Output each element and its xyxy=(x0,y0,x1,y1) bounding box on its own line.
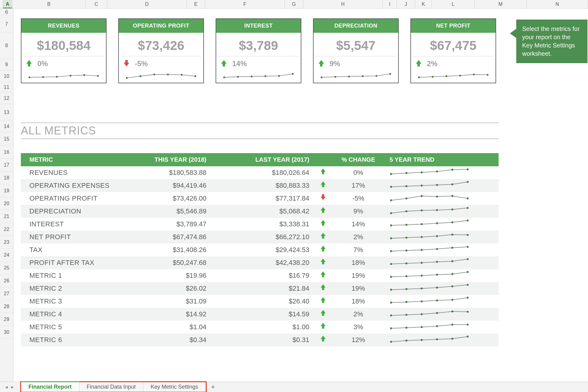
table-row[interactable]: METRIC 6 $0.34 $0.31 12% xyxy=(21,334,499,346)
worksheet-grid[interactable]: REVENUES $180,584 0% OPERATING PROFIT $7… xyxy=(13,9,588,382)
cell-metric: METRIC 3 xyxy=(21,297,115,305)
row-header[interactable]: 8 xyxy=(0,32,13,59)
table-row[interactable]: NET PROFIT $67,474.86 $66,272.10 2% xyxy=(21,231,499,243)
cell-this-year: $31,408.26 xyxy=(115,246,213,254)
svg-point-112 xyxy=(451,338,453,340)
table-row[interactable]: METRIC 5 $1.04 $1.00 3% xyxy=(21,321,499,334)
sheet-tab[interactable]: Financial Data Input xyxy=(79,382,143,392)
sheet-tab[interactable]: Financial Report xyxy=(21,381,79,392)
arrow-up-icon xyxy=(321,207,326,214)
cell-this-year: $67,474.86 xyxy=(115,233,213,241)
column-header[interactable]: I xyxy=(383,0,397,8)
svg-point-83 xyxy=(467,271,469,273)
row-header[interactable]: 12 xyxy=(0,92,13,104)
svg-point-74 xyxy=(421,262,423,264)
cell-last-year: $16.79 xyxy=(213,272,315,280)
svg-point-22 xyxy=(375,75,377,77)
svg-point-69 xyxy=(436,248,438,250)
table-row[interactable]: METRIC 4 $14.92 $14.59 2% xyxy=(21,308,499,321)
add-sheet-button[interactable]: + xyxy=(211,383,215,391)
svg-point-30 xyxy=(390,173,392,175)
table-row[interactable]: INTEREST $3,789.47 $3,338.31 14% xyxy=(21,218,499,231)
column-header[interactable]: M xyxy=(475,0,527,8)
table-row[interactable]: OPERATING EXPENSES $94,419.46 $80,883.33… xyxy=(21,179,499,192)
kpi-card-change: -5% xyxy=(119,56,203,69)
row-header[interactable]: 21 xyxy=(0,210,13,223)
column-header[interactable]: F xyxy=(205,0,285,8)
row-header[interactable]: 22 xyxy=(0,223,13,236)
kpi-card-value: $5,547 xyxy=(316,33,396,56)
svg-point-72 xyxy=(390,263,392,265)
tab-nav-next-icon[interactable]: ► xyxy=(10,385,15,390)
svg-point-12 xyxy=(223,77,225,78)
column-header[interactable]: E xyxy=(187,0,205,8)
row-header[interactable]: 27 xyxy=(0,287,13,300)
table-row[interactable]: OPERATING PROFIT $73,426.00 $77,317.84 -… xyxy=(21,192,499,205)
column-header[interactable]: D xyxy=(107,0,187,8)
row-header[interactable]: 24 xyxy=(0,249,13,262)
table-row[interactable]: METRIC 2 $26.02 $21.84 19% xyxy=(21,282,499,295)
svg-point-94 xyxy=(451,299,453,301)
table-row[interactable]: REVENUES $180,583.88 $180,026.64 0% xyxy=(21,166,499,179)
row-header[interactable]: 16 xyxy=(0,146,13,159)
row-header[interactable]: 13 xyxy=(0,104,13,121)
svg-point-26 xyxy=(446,75,447,77)
svg-point-27 xyxy=(459,75,461,77)
column-header[interactable]: C xyxy=(86,0,107,8)
table-row[interactable]: PROFIT AFTER TAX $50,247.68 $42,438.20 1… xyxy=(21,256,499,269)
svg-point-92 xyxy=(421,300,423,302)
row-header[interactable]: 29 xyxy=(0,313,13,326)
row-header[interactable]: 7 xyxy=(0,16,13,32)
arrow-up-icon xyxy=(321,271,326,278)
row-header[interactable]: 25 xyxy=(0,262,13,274)
column-header[interactable]: L xyxy=(432,0,475,8)
column-header[interactable]: A xyxy=(3,0,12,8)
column-headers: ABCDEFGHIJKLMN xyxy=(0,0,588,9)
column-header[interactable]: K xyxy=(415,0,432,8)
row-header[interactable]: 14 xyxy=(0,121,13,132)
row-header[interactable]: 19 xyxy=(0,184,13,197)
row-header[interactable]: 17 xyxy=(0,159,13,172)
row-header[interactable]: 30 xyxy=(0,326,13,339)
svg-point-107 xyxy=(467,324,469,326)
svg-point-113 xyxy=(467,336,469,337)
cell-trend xyxy=(386,309,496,320)
row-header[interactable]: 23 xyxy=(0,236,13,249)
table-row[interactable]: METRIC 3 $31.09 $26.40 18% xyxy=(21,295,499,308)
table-row[interactable]: DEPRECIATION $5,546.89 $5,068.42 9% xyxy=(21,205,499,218)
kpi-card-change: 2% xyxy=(411,56,496,69)
arrow-up-icon xyxy=(221,60,227,67)
column-header[interactable]: B xyxy=(12,0,86,8)
row-header[interactable]: 9 xyxy=(0,59,13,70)
kpi-card-title: NET PROFIT xyxy=(411,19,496,33)
cell-change: -5% xyxy=(331,194,386,202)
column-header[interactable]: N xyxy=(527,0,588,8)
column-header[interactable]: G xyxy=(285,0,303,8)
cell-this-year: $73,426.00 xyxy=(115,194,213,202)
sheet-tab[interactable]: Key Metric Settings xyxy=(143,382,206,392)
select-all-corner[interactable] xyxy=(0,0,3,8)
row-header[interactable]: 10 xyxy=(0,70,13,82)
table-row[interactable]: TAX $31,408.26 $29,424.53 7% xyxy=(21,243,499,256)
row-header[interactable]: 6 xyxy=(0,9,13,16)
row-header[interactable]: 20 xyxy=(0,197,13,210)
cell-change: 3% xyxy=(331,323,386,331)
tab-nav-prev-icon[interactable]: ◄ xyxy=(4,385,9,390)
row-header[interactable]: 26 xyxy=(0,274,13,287)
sparkline-chart xyxy=(119,69,203,83)
row-header[interactable]: 15 xyxy=(0,132,13,146)
svg-point-8 xyxy=(153,74,155,75)
column-header[interactable]: J xyxy=(397,0,415,8)
row-header[interactable]: 11 xyxy=(0,82,13,92)
kpi-card-value: $67,475 xyxy=(413,33,493,56)
svg-point-7 xyxy=(140,75,141,77)
svg-point-103 xyxy=(405,327,407,329)
row-header[interactable]: 28 xyxy=(0,300,13,313)
svg-point-61 xyxy=(405,237,407,239)
svg-point-71 xyxy=(467,246,469,248)
table-row[interactable]: METRIC 1 $19.96 $16.79 19% xyxy=(21,269,499,282)
svg-point-75 xyxy=(436,261,438,263)
svg-point-73 xyxy=(405,262,407,264)
column-header[interactable]: H xyxy=(303,0,383,8)
row-header[interactable]: 18 xyxy=(0,172,13,184)
